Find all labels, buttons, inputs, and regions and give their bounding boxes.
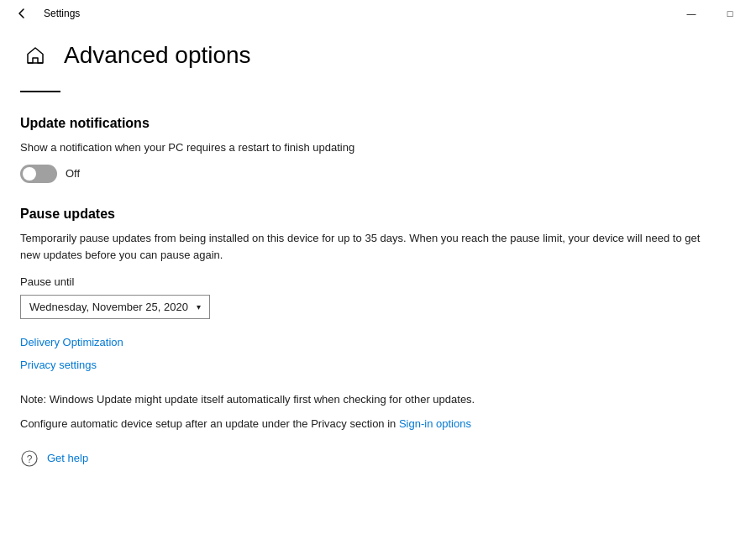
delivery-optimization-link[interactable]: Delivery Optimization [20,336,722,348]
dropdown-selected-value: Wednesday, November 25, 2020 [29,301,188,313]
maximize-button[interactable]: □ [711,0,749,27]
sign-in-options-link[interactable]: Sign-in options [399,417,471,430]
pause-updates-desc: Temporarily pause updates from being ins… [20,230,722,264]
update-notifications-desc: Show a notification when your PC require… [20,139,722,156]
page-header: Advanced options [20,40,722,71]
title-bar: Settings — □ [0,0,756,27]
pause-updates-section: Pause updates Temporarily pause updates … [20,207,722,336]
update-notifications-section: Update notifications Show a notification… [20,116,722,183]
chevron-down-icon: ▾ [197,302,201,312]
pause-updates-title: Pause updates [20,207,722,222]
pause-until-dropdown[interactable]: Wednesday, November 25, 2020 ▾ [20,295,210,319]
title-bar-left: Settings [10,5,80,22]
update-notification-toggle[interactable] [20,165,57,183]
minimize-button[interactable]: — [672,0,711,27]
privacy-settings-link[interactable]: Privacy settings [20,359,722,371]
toggle-row: Off [20,165,722,183]
window-title: Settings [44,8,80,19]
note2-prefix: Configure automatic device setup after a… [20,417,399,430]
home-icon[interactable] [20,40,50,71]
note2-text: Configure automatic device setup after a… [20,416,722,432]
links-section: Delivery Optimization Privacy settings [20,336,722,371]
get-help-row: ? Get help [20,449,722,468]
toggle-off-label: Off [66,167,80,180]
pause-until-label: Pause until [20,275,722,288]
notes-section: Note: Windows Update might update itself… [20,391,722,432]
main-content: Advanced options Update notifications Sh… [0,27,756,550]
page-title: Advanced options [64,41,251,70]
help-icon: ? [20,449,39,468]
title-underline [20,91,60,92]
note1-text: Note: Windows Update might update itself… [20,391,722,408]
back-button[interactable] [10,5,34,22]
update-notifications-title: Update notifications [20,116,722,131]
toggle-thumb [23,167,36,181]
title-bar-controls: — □ [672,0,749,27]
get-help-link[interactable]: Get help [47,452,88,464]
svg-text:?: ? [27,453,33,465]
